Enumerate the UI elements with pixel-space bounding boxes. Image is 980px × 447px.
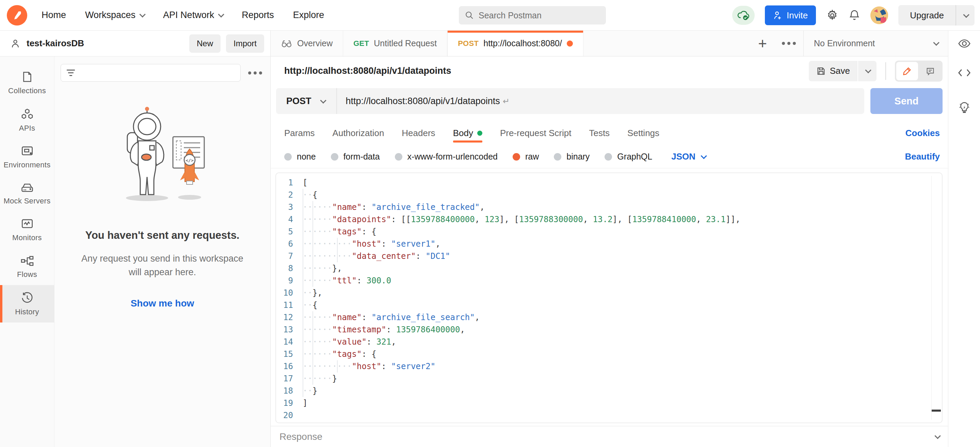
editor-line[interactable]: 8······}, [276,262,942,274]
notifications-bell-icon[interactable] [849,9,860,21]
editor-scrollbar-thumb[interactable] [932,410,941,412]
editor-line[interactable]: 20 [276,409,942,422]
user-avatar[interactable] [870,6,888,24]
indent-guide [312,372,313,385]
body-mode-none[interactable]: none [284,152,316,162]
environment-selector[interactable]: No Environment [803,31,948,56]
workspace-name: test-kairosDB [27,38,84,49]
nav-item-explore[interactable]: Explore [293,10,325,21]
postbot-lightbulb-icon[interactable] [959,89,970,127]
upgrade-button[interactable]: Upgrade [898,5,956,25]
config-tab-settings[interactable]: Settings [627,121,659,145]
editor-line[interactable]: 14······"value": 321, [276,336,942,348]
editor-line[interactable]: 11··{ [276,299,942,311]
sidebar-item-apis[interactable]: APIs [0,101,54,139]
body-mode-GraphQL[interactable]: GraphQL [605,152,652,162]
line-code: ··} [302,385,317,397]
editor-line[interactable]: 6··········"host": "server1", [276,238,942,250]
indent-guide [302,238,303,250]
editor-line[interactable]: 12······"name": "archive_file_search", [276,311,942,323]
save-dropdown-button[interactable] [858,61,877,81]
editor-line[interactable]: 1[ [276,176,942,189]
sidebar-item-mock-servers[interactable]: Mock Servers [0,176,54,212]
import-button[interactable]: Import [226,34,264,53]
body-mode-form-data[interactable]: form-data [331,152,380,162]
top-nav-right: Invite Upgrade [732,0,975,31]
config-tab-params[interactable]: Params [284,121,315,145]
tab-post-datapoints[interactable]: POSThttp://localhost:8080/ [447,31,584,56]
editor-line[interactable]: 9······"ttl": 300.0 [276,274,942,287]
editor-line[interactable]: 4······"datapoints": [[1359788400000, 12… [276,213,942,225]
body-mode-x-www-form-urlencoded[interactable]: x-www-form-urlencoded [395,152,498,162]
search-input[interactable]: Search Postman [459,6,606,24]
nav-item-api-network[interactable]: API Network [163,10,223,21]
line-code: ······} [302,372,337,385]
collections-icon [21,71,34,83]
editor-line[interactable]: 2··{ [276,189,942,201]
config-tab-headers[interactable]: Headers [402,121,435,145]
editor-line[interactable]: 5······"tags": { [276,225,942,238]
body-mode-binary[interactable]: binary [554,152,590,162]
editor-line[interactable]: 16··········"host": "server2" [276,360,942,372]
method-dropdown[interactable]: POST [276,96,336,106]
sidebar-item-environments[interactable]: Environments [0,139,54,176]
nav-item-home[interactable]: Home [41,10,66,21]
show-me-how-link[interactable]: Show me how [131,298,194,309]
tab-options-button[interactable] [775,42,803,45]
sidebar-item-collections[interactable]: Collections [0,64,54,101]
url-input[interactable]: http://localhost:8080/api/v1/datapoints↵ [337,96,864,106]
sidebar-item-flows[interactable]: Flows [0,248,54,285]
config-tab-pre-request-script[interactable]: Pre-request Script [500,121,571,145]
overview-icon [281,39,293,48]
open-tabs: OverviewGETUntitled RequestPOSThttp://lo… [270,31,751,56]
save-button[interactable]: Save [809,61,858,81]
editor-line[interactable]: 7··········"data_center": "DC1" [276,250,942,262]
nav-item-reports[interactable]: Reports [242,10,274,21]
nav-item-workspaces[interactable]: Workspaces [85,10,144,21]
chevron-down-icon [865,67,871,73]
settings-gear-icon[interactable] [826,9,838,21]
sidebar-item-history[interactable]: History [0,285,54,322]
line-code: ··}, [302,287,322,299]
sidebar-item-monitors[interactable]: Monitors [0,212,54,248]
response-section-header[interactable]: Response [270,426,948,447]
config-tab-body[interactable]: Body [453,121,482,145]
line-code: ······"tags": { [302,225,377,238]
history-filter-input[interactable] [60,64,241,82]
config-tab-tests[interactable]: Tests [589,121,610,145]
editor-line[interactable]: 15······"tags": { [276,348,942,360]
tab-overview[interactable]: Overview [270,31,343,56]
editor-line[interactable]: 19] [276,397,942,409]
editor-scrollbar[interactable] [931,176,932,420]
new-button[interactable]: New [189,34,221,53]
code-editor[interactable]: 1[2··{3······"name": "archive_file_track… [275,173,943,423]
config-tab-authorization[interactable]: Authorization [332,121,384,145]
environment-quick-look-button[interactable] [958,31,971,57]
send-button[interactable]: Send [870,88,943,114]
radio-icon [395,153,402,160]
editor-line[interactable]: 3······"name": "archive_file_tracked", [276,201,942,213]
comment-mode-button[interactable] [920,62,941,80]
editor-line[interactable]: 17······} [276,372,942,385]
indent-guide [302,274,303,287]
whitespace-dots: ······ [302,203,332,212]
editor-line[interactable]: 10··}, [276,287,942,299]
history-more-button[interactable] [245,71,265,74]
whitespace-dots: ·· [302,386,312,396]
beautify-link[interactable]: Beautify [905,151,940,162]
cookies-link[interactable]: Cookies [905,128,940,138]
new-tab-button[interactable]: + [751,31,775,56]
edit-mode-button[interactable] [896,62,918,80]
editor-line[interactable]: 18··} [276,385,942,397]
tab-get-untitled[interactable]: GETUntitled Request [343,31,447,56]
workspace-switcher[interactable]: test-kairosDB [10,38,184,49]
code-snippet-button[interactable] [958,57,971,89]
indent-guide [302,201,303,213]
invite-button[interactable]: Invite [765,5,816,25]
raw-format-dropdown[interactable]: JSON [671,151,705,162]
editor-line[interactable]: 13······"timestamp": 1359786400000, [276,323,942,336]
postman-logo-icon[interactable] [7,5,27,25]
sync-status-icon[interactable] [732,6,755,25]
body-mode-raw[interactable]: raw [513,152,539,162]
upgrade-dropdown-button[interactable] [956,5,975,25]
